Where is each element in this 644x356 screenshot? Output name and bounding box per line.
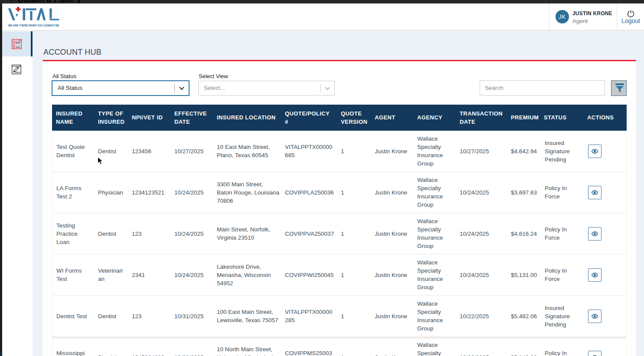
svg-text:WE ARE THERE WHEN YOU CANNOT B: WE ARE THERE WHEN YOU CANNOT BE bbox=[8, 24, 60, 27]
